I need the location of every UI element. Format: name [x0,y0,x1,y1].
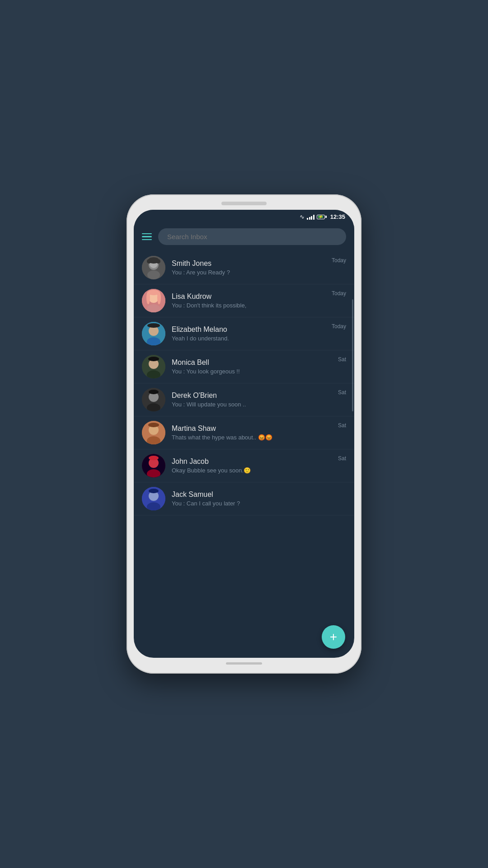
conv-name: Lisa Kudrow [172,292,327,301]
conv-name: Derek O'Brien [172,392,333,400]
list-item[interactable]: Elizabeth MelanoYeah I do understand.Tod… [134,317,354,350]
conv-time: Sat [338,455,346,462]
conv-preview: Thats what the hype was about.. 😡😡 [172,434,333,441]
svg-point-8 [155,258,158,261]
search-area [134,222,354,250]
status-bar: ∿ ⚡ 12:35 [134,210,354,222]
avatar [142,322,165,345]
signal-icon [307,214,314,220]
avatar [142,289,165,312]
conv-name: John Jacob [172,458,333,466]
conv-name: Monica Bell [172,359,333,367]
conv-time: Today [332,290,346,297]
list-item[interactable]: Derek O'BrienYou : Will update you soon … [134,383,354,416]
status-icons: ∿ ⚡ 12:35 [300,213,345,220]
conv-preview: You : Can I call you later ? [172,500,346,507]
conv-time: Today [332,257,346,264]
conv-name: Elizabeth Melano [172,326,327,334]
conv-preview: Okay Bubble see you soon.🙂 [172,467,333,474]
conv-name: Smith Jones [172,259,327,268]
list-item[interactable]: Martina ShawThats what the hype was abou… [134,416,354,449]
svg-point-38 [149,489,159,493]
svg-point-2 [147,270,160,279]
svg-point-30 [148,423,159,427]
svg-point-26 [149,390,159,394]
conv-time: Sat [338,356,346,363]
wifi-icon: ∿ [300,213,305,220]
battery-icon: ⚡ [317,215,327,219]
phone-screen: ∿ ⚡ 12:35 [134,210,354,658]
conv-time: Today [332,323,346,330]
svg-point-34 [149,456,159,460]
conv-preview: You : Are you Ready ? [172,269,327,276]
list-item[interactable]: Jack SamuelYou : Can I call you later ? [134,482,354,515]
list-item[interactable]: Smith JonesYou : Are you Ready ?Today [134,251,354,284]
phone-bottom-bar [226,662,262,665]
conv-time: Sat [338,422,346,429]
conv-preview: You : Will update you soon .. [172,401,333,408]
avatar [142,421,165,444]
phone-notch [221,202,267,205]
phone-frame: ∿ ⚡ 12:35 [127,194,361,674]
hamburger-menu-button[interactable] [142,233,152,241]
conv-name: Jack Samuel [172,491,346,499]
plus-icon: + [330,631,337,643]
avatar [142,355,165,378]
avatar [142,256,165,279]
list-item[interactable]: Lisa KudrowYou : Don't think its possibl… [134,284,354,317]
new-conversation-button[interactable]: + [322,625,345,649]
avatar [142,454,165,477]
svg-point-14 [148,290,160,295]
conv-preview: You : Don't think its possible, [172,302,327,309]
status-time: 12:35 [330,213,345,220]
list-item[interactable]: John JacobOkay Bubble see you soon.🙂Sat [134,449,354,482]
avatar [142,388,165,411]
conv-preview: Yeah I do understand. [172,335,327,342]
conv-name: Martina Shaw [172,425,333,433]
conversation-list: Smith JonesYou : Are you Ready ?Today Li… [134,250,354,658]
conv-preview: You : You look gorgeous !! [172,368,333,375]
avatar [142,487,165,510]
svg-point-18 [147,323,160,328]
svg-point-7 [149,258,153,261]
svg-point-22 [148,357,159,361]
list-item[interactable]: Monica BellYou : You look gorgeous !!Sat [134,350,354,383]
conv-time: Sat [338,389,346,396]
search-input[interactable] [158,228,346,245]
